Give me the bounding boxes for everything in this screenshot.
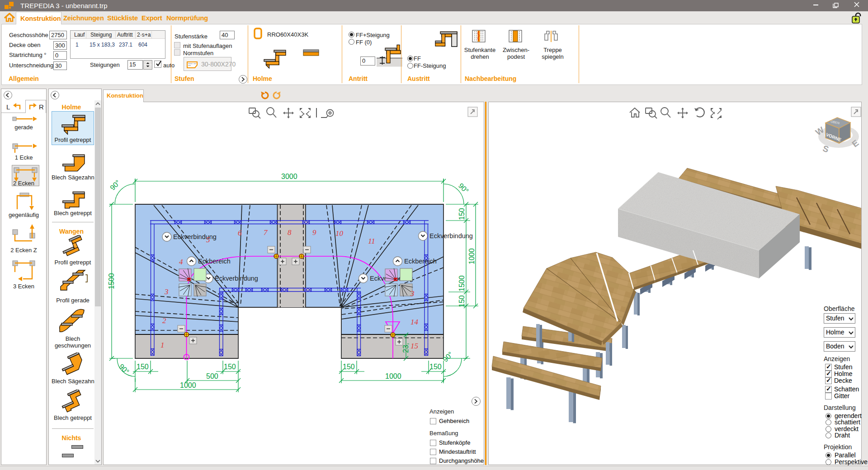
svg-text:9: 9: [312, 228, 316, 237]
svg-text:5: 5: [206, 235, 210, 244]
svg-text:90°: 90°: [108, 179, 122, 192]
svg-text:1500: 1500: [458, 275, 466, 291]
svg-text:1000: 1000: [180, 381, 196, 389]
svg-text:150: 150: [429, 363, 442, 371]
svg-text:90°: 90°: [457, 182, 470, 195]
svg-text:R: R: [39, 103, 44, 111]
svg-text:1: 1: [160, 341, 165, 349]
svg-text:150: 150: [458, 295, 466, 307]
svg-text:3000: 3000: [281, 173, 297, 180]
svg-text:1500: 1500: [108, 273, 115, 289]
svg-text:6: 6: [238, 229, 242, 237]
svg-text:500: 500: [206, 372, 218, 380]
svg-text:Eckverbindung: Eckverbindung: [173, 233, 217, 240]
svg-text:150: 150: [224, 363, 236, 371]
svg-text:2: 2: [162, 316, 166, 325]
svg-text:10: 10: [335, 229, 344, 238]
svg-text:Eckverbindung: Eckverbindung: [215, 275, 258, 282]
svg-text:Eckbereich: Eckbereich: [404, 258, 437, 265]
svg-text:S: S: [821, 144, 830, 155]
svg-text:90°: 90°: [118, 362, 131, 376]
svg-text:150: 150: [343, 363, 355, 371]
svg-text:14: 14: [410, 318, 419, 326]
svg-text:23,: 23,: [402, 343, 410, 353]
svg-text:150: 150: [137, 363, 149, 371]
svg-text:150: 150: [458, 208, 466, 220]
svg-text:3: 3: [164, 287, 169, 296]
svg-text:Eckbereich: Eckbereich: [198, 258, 231, 265]
svg-text:L: L: [6, 103, 10, 111]
svg-text:1000: 1000: [385, 372, 401, 380]
svg-text:1000: 1000: [468, 248, 476, 264]
svg-text:4: 4: [179, 258, 183, 266]
svg-text:15: 15: [410, 342, 418, 350]
svg-text:3: 3: [410, 289, 415, 298]
svg-text:8: 8: [288, 228, 292, 237]
svg-text:11: 11: [368, 237, 375, 245]
svg-text:Eckverbindung: Eckverbindung: [429, 232, 473, 240]
